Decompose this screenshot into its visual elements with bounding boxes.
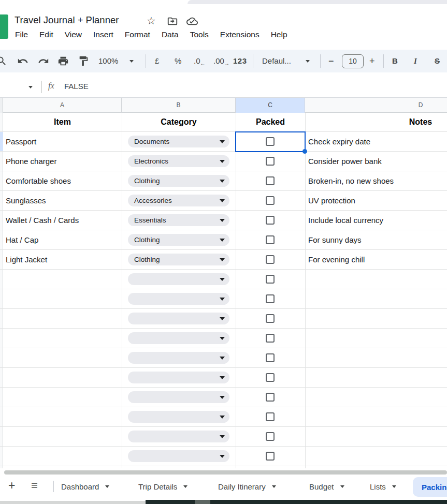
header-packed[interactable]: Packed xyxy=(236,113,305,131)
move-folder-icon[interactable] xyxy=(167,16,178,27)
print-icon[interactable] xyxy=(57,55,69,67)
column-header-d[interactable]: D xyxy=(305,98,447,113)
menu-data[interactable]: Data xyxy=(156,29,184,40)
packed-checkbox[interactable] xyxy=(266,275,275,284)
column-header-c-selected[interactable]: C xyxy=(236,98,305,113)
column-header-a[interactable]: A xyxy=(3,98,122,113)
notes-cell[interactable]: For evening chill xyxy=(308,250,365,269)
category-dropdown[interactable] xyxy=(128,313,229,324)
tab-trip-details[interactable]: Trip Details xyxy=(138,475,188,498)
tab-daily-itinerary[interactable]: Daily Itinerary xyxy=(218,475,276,498)
item-cell[interactable]: Comfortable shoes xyxy=(6,171,71,190)
doc-title[interactable]: Travel Journal + Planner xyxy=(15,14,119,26)
zoom-select[interactable]: 100% xyxy=(98,50,118,72)
item-cell[interactable]: Light Jacket xyxy=(6,250,47,269)
horizontal-scrollbar[interactable] xyxy=(4,470,447,475)
header-category[interactable]: Category xyxy=(122,113,236,131)
category-dropdown[interactable]: Clothing xyxy=(128,175,229,187)
category-dropdown[interactable] xyxy=(128,352,229,364)
currency-format-button[interactable]: £ xyxy=(155,50,159,72)
packed-checkbox[interactable] xyxy=(266,334,275,343)
category-dropdown[interactable] xyxy=(128,273,229,285)
tab-dashboard[interactable]: Dashboard xyxy=(61,475,109,498)
tab-budget[interactable]: Budget xyxy=(309,475,344,498)
menu-extensions[interactable]: Extensions xyxy=(214,29,265,40)
packed-checkbox[interactable] xyxy=(266,432,275,441)
menu-help[interactable]: Help xyxy=(265,29,293,40)
cloud-status-icon[interactable] xyxy=(186,16,198,27)
sheets-logo[interactable] xyxy=(0,14,8,39)
menu-insert[interactable]: Insert xyxy=(88,29,119,40)
category-dropdown[interactable] xyxy=(128,293,229,305)
font-size-input[interactable]: 10 xyxy=(342,54,364,68)
decrease-decimal-button[interactable]: .0← xyxy=(194,50,206,72)
fill-handle[interactable] xyxy=(302,149,307,154)
tab-lists[interactable]: Lists xyxy=(370,475,396,498)
packed-checkbox[interactable] xyxy=(266,157,275,166)
search-icon[interactable] xyxy=(0,55,7,67)
category-dropdown[interactable] xyxy=(128,431,229,442)
bold-button[interactable]: B xyxy=(392,50,398,72)
category-dropdown[interactable]: Clothing xyxy=(128,234,229,246)
packed-checkbox[interactable] xyxy=(266,393,275,402)
notes-cell[interactable]: Include local currency xyxy=(308,211,383,230)
packed-checkbox[interactable] xyxy=(266,314,275,323)
column-header-b[interactable]: B xyxy=(122,98,236,113)
category-dropdown[interactable]: Electronics xyxy=(128,155,229,167)
font-family-select[interactable]: Defaul... xyxy=(262,50,291,72)
menu-view[interactable]: View xyxy=(59,29,88,40)
star-icon[interactable]: ☆ xyxy=(147,14,156,27)
category-dropdown[interactable]: Essentials xyxy=(128,214,229,226)
category-dropdown[interactable] xyxy=(128,450,229,462)
notes-cell[interactable]: For sunny days xyxy=(308,230,362,249)
selected-cell-outline[interactable] xyxy=(235,131,306,152)
packed-checkbox[interactable] xyxy=(266,176,275,185)
notes-cell[interactable]: Consider power bank xyxy=(308,152,382,171)
category-dropdown[interactable] xyxy=(128,372,229,383)
category-dropdown[interactable]: Documents xyxy=(128,136,229,147)
category-dropdown[interactable]: Clothing xyxy=(128,254,229,265)
item-cell[interactable]: Wallet / Cash / Cards xyxy=(6,211,79,230)
packed-checkbox[interactable] xyxy=(266,196,275,205)
category-dropdown[interactable] xyxy=(128,332,229,344)
packed-checkbox[interactable] xyxy=(266,353,275,362)
formula-input[interactable]: FALSE xyxy=(64,82,89,91)
item-cell[interactable]: Passport xyxy=(6,132,36,151)
notes-cell[interactable]: Check expiry date xyxy=(308,132,370,151)
paint-format-icon[interactable] xyxy=(78,55,89,67)
decrease-font-size-button[interactable]: − xyxy=(328,50,334,72)
category-dropdown[interactable]: Accessories xyxy=(128,195,229,206)
add-sheet-button[interactable]: + xyxy=(8,479,15,493)
notes-cell[interactable]: Broken-in, no new shoes xyxy=(308,171,394,190)
category-dropdown[interactable] xyxy=(128,391,229,403)
packed-checkbox[interactable] xyxy=(266,294,275,303)
strikethrough-button[interactable]: S xyxy=(435,50,440,72)
packed-checkbox[interactable] xyxy=(266,373,275,382)
percent-format-button[interactable]: % xyxy=(175,50,181,72)
header-notes[interactable]: Notes xyxy=(305,113,447,131)
category-dropdown[interactable] xyxy=(128,411,229,423)
redo-icon[interactable] xyxy=(38,55,49,67)
menu-tools[interactable]: Tools xyxy=(184,29,214,40)
packed-checkbox[interactable] xyxy=(266,235,275,244)
item-cell[interactable]: Sunglasses xyxy=(6,191,46,210)
header-item[interactable]: Item xyxy=(3,113,122,131)
packed-checkbox[interactable] xyxy=(266,452,275,461)
italic-button[interactable]: I xyxy=(414,50,417,72)
tab-packing-active[interactable]: Packing xyxy=(413,477,447,497)
item-cell[interactable]: Phone charger xyxy=(6,152,56,171)
number-format-button[interactable]: 123 xyxy=(233,50,247,72)
menu-file[interactable]: File xyxy=(9,29,34,40)
menu-edit[interactable]: Edit xyxy=(34,29,59,40)
increase-font-size-button[interactable]: + xyxy=(369,50,375,72)
item-cell[interactable]: Hat / Cap xyxy=(6,230,38,249)
packed-checkbox[interactable] xyxy=(266,255,275,264)
packed-checkbox[interactable] xyxy=(266,412,275,421)
name-box-dropdown[interactable] xyxy=(28,86,33,88)
notes-cell[interactable]: UV protection xyxy=(308,191,355,210)
packed-checkbox[interactable] xyxy=(266,216,275,225)
increase-decimal-button[interactable]: .00→ xyxy=(213,50,229,72)
all-sheets-icon[interactable]: ≡ xyxy=(31,479,38,492)
menu-format[interactable]: Format xyxy=(119,29,156,40)
undo-icon[interactable] xyxy=(17,55,28,67)
